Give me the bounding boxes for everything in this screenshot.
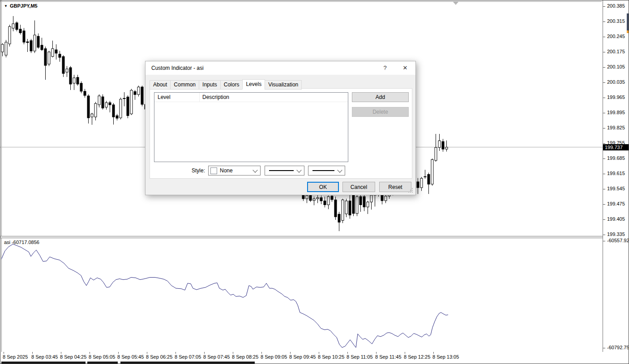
tab-inputs[interactable]: Inputs	[199, 80, 221, 90]
axis-tick	[603, 158, 605, 159]
ok-button[interactable]: OK	[307, 182, 339, 192]
time-tick-label: 8 Sep 09:05	[261, 354, 287, 360]
price-tick-label: 199.615	[607, 171, 625, 176]
resize-grip[interactable]	[408, 188, 413, 193]
indicator-tick-label: -60792.75	[607, 345, 629, 350]
levels-tab-page: Level Description Add Delete Style: None	[150, 88, 412, 179]
tab-colors[interactable]: Colors	[220, 80, 243, 90]
time-tick-label: 8 Sep 10:25	[318, 354, 344, 360]
levels-list[interactable]: Level Description	[154, 92, 348, 162]
time-tick	[290, 352, 291, 354]
help-button[interactable]: ?	[378, 61, 392, 75]
time-tick-label: 8 Sep 05:05	[89, 354, 115, 360]
axis-tick	[603, 113, 605, 113]
level-color-dropdown[interactable]: None	[208, 166, 261, 176]
line-style-dropdown[interactable]	[265, 166, 304, 176]
price-tick-label: 199.895	[607, 110, 625, 115]
time-tick	[32, 352, 33, 354]
chevron-down-icon	[252, 167, 257, 172]
tab-about[interactable]: About	[150, 80, 171, 90]
price-tick-label: 200.105	[607, 64, 625, 69]
price-tick-label: 200.315	[607, 18, 625, 24]
axis-tick	[603, 235, 605, 235]
delete-button[interactable]: Delete	[352, 107, 409, 117]
indicator-tick-label: -60557.92	[607, 238, 629, 243]
axis-tick	[603, 67, 605, 68]
time-tick-label: 8 Sep 03:45	[31, 354, 58, 360]
right-edge-orange-block	[627, 30, 629, 33]
price-axis[interactable]: 200.385200.315200.245200.175200.105200.0…	[603, 0, 629, 352]
reset-button[interactable]: Reset	[379, 182, 411, 192]
line-width-sample	[312, 170, 334, 171]
dialog-tabs: AboutCommonInputsColorsLevelsVisualizati…	[150, 79, 301, 90]
axis-tick	[603, 52, 605, 52]
custom-indicator-dialog: Custom Indicator - asi ? ✕ AboutCommonIn…	[145, 61, 416, 195]
time-tick	[405, 352, 405, 354]
axis-tick	[603, 6, 605, 7]
indicator-value-label: asi -60717.0856	[4, 240, 39, 245]
close-icon[interactable]: ✕	[398, 61, 413, 75]
tab-visualization[interactable]: Visualization	[265, 80, 302, 90]
add-button[interactable]: Add	[352, 92, 409, 102]
color-swatch	[210, 167, 217, 174]
price-tick-label: 199.405	[607, 216, 625, 222]
time-tick	[376, 352, 377, 354]
time-tick-label: 8 Sep 07:05	[175, 354, 201, 360]
style-row: Style: None	[150, 166, 412, 176]
indicator-panel[interactable]	[0, 238, 603, 352]
bottom-tab-strip[interactable]	[120, 361, 255, 364]
line-style-sample	[269, 170, 294, 171]
price-tick-label: 199.475	[607, 201, 625, 206]
time-tick-label: 8 Sep 11:45	[375, 354, 402, 360]
time-tick	[233, 352, 233, 354]
color-value: None	[220, 167, 253, 174]
time-tick-label: 8 Sep 09:45	[289, 354, 316, 360]
time-tick	[175, 352, 176, 354]
time-tick	[90, 352, 90, 354]
price-tick-label: 199.545	[607, 186, 625, 191]
axis-tick	[603, 189, 605, 189]
axis-tick	[603, 21, 605, 22]
chevron-down-icon	[337, 167, 342, 172]
bottom-tab-strip[interactable]	[87, 361, 118, 364]
panel-splitter[interactable]	[0, 236, 629, 238]
tab-levels[interactable]: Levels	[242, 79, 265, 90]
time-tick	[118, 352, 119, 354]
line-width-dropdown[interactable]	[308, 166, 345, 176]
price-tick-label: 200.035	[607, 79, 625, 85]
time-tick	[4, 352, 4, 354]
current-price-badge: 199.737	[603, 144, 629, 150]
axis-tick	[603, 143, 605, 144]
time-axis[interactable]: 8 Sep 20258 Sep 03:458 Sep 04:258 Sep 05…	[0, 352, 629, 361]
price-tick-label: 200.245	[607, 34, 625, 39]
time-tick-label: 8 Sep 05:45	[117, 354, 144, 360]
time-tick-label: 8 Sep 08:25	[232, 354, 258, 360]
chart-shift-marker-icon[interactable]	[453, 2, 458, 5]
axis-tick	[603, 174, 605, 174]
dialog-title: Custom Indicator - asi	[151, 61, 204, 75]
mt4-chart-window: ▼GBPJPY,M5 asi -60717.0856 200.385200.31…	[0, 0, 629, 364]
symbol-label: ▼GBPJPY,M5	[4, 3, 38, 9]
time-tick	[61, 352, 61, 354]
column-header-level[interactable]: Level	[154, 93, 200, 102]
levels-list-header: Level Description	[154, 93, 348, 102]
price-tick-label: 200.175	[607, 49, 625, 54]
tab-common[interactable]: Common	[170, 80, 199, 90]
axis-tick	[603, 241, 605, 241]
axis-tick	[603, 219, 605, 220]
column-header-description[interactable]: Description	[200, 93, 348, 102]
time-tick	[319, 352, 319, 354]
cancel-button[interactable]: Cancel	[342, 182, 375, 192]
chevron-down-icon	[296, 167, 301, 172]
time-tick	[261, 352, 262, 354]
bottom-tab-strip[interactable]	[1, 361, 86, 364]
time-tick-label: 8 Sep 12:25	[404, 354, 430, 360]
symbol-text: GBPJPY,M5	[10, 3, 38, 9]
price-tick-label: 200.385	[607, 3, 625, 9]
dialog-titlebar[interactable]: Custom Indicator - asi ? ✕	[145, 61, 415, 75]
style-label: Style:	[177, 166, 205, 176]
time-tick	[204, 352, 205, 354]
axis-tick	[603, 128, 605, 128]
time-tick-label: 8 Sep 2025	[3, 354, 28, 360]
axis-tick	[603, 37, 605, 37]
